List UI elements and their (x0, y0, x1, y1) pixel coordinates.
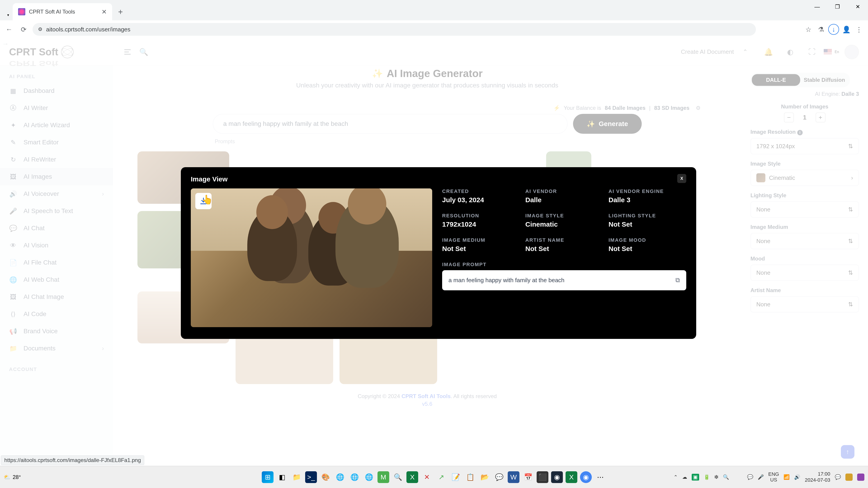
excel2-icon[interactable]: X (565, 471, 577, 483)
app6-icon[interactable]: ⬛ (537, 471, 548, 483)
tray-app3-icon[interactable]: 🔍 (723, 474, 729, 480)
mic-tray-icon[interactable]: 🎤 (758, 474, 764, 480)
dark-mode-icon[interactable]: ◐ (784, 46, 797, 58)
sidebar-toggle-icon[interactable] (121, 46, 134, 58)
browser-tab[interactable]: CPRT Soft AI Tools ✕ (13, 3, 112, 20)
lighting-select[interactable]: None⇅ (750, 201, 859, 218)
notifications-tray-icon[interactable]: 💬 (835, 474, 841, 480)
chrome3-icon[interactable]: 🌐 (363, 471, 375, 483)
url-input[interactable]: ⚙ aitools.cprtsoft.com/user/images (33, 23, 756, 36)
file-explorer-icon[interactable]: 📁 (291, 471, 303, 483)
everything-icon[interactable]: 🔍 (392, 471, 404, 483)
sidebar-item-brand-voice[interactable]: 📢Brand Voice (0, 323, 113, 340)
fullscreen-icon[interactable]: ⛶ (806, 46, 818, 58)
chrome-icon[interactable]: 🌐 (334, 471, 346, 483)
sidebar-item-documents[interactable]: 📁Documents› (0, 340, 113, 357)
browser-menu-icon[interactable]: ⋮ (854, 24, 864, 35)
notifications-icon[interactable]: 🔔 (762, 46, 775, 58)
footer-link[interactable]: CPRT Soft AI Tools (401, 393, 451, 399)
sidebar-item-voiceover[interactable]: 🔊AI Voiceover› (0, 185, 113, 202)
copilot-icon[interactable]: 🎨 (320, 471, 331, 483)
new-tab-button[interactable]: + (115, 6, 126, 18)
sidebar-item-file-chat[interactable]: 📄AI File Chat (0, 254, 113, 271)
window-maximize-button[interactable]: ❐ (827, 0, 848, 13)
chromium-icon[interactable]: ◉ (580, 471, 592, 483)
battery-icon[interactable]: 🔋 (704, 474, 710, 480)
increase-button[interactable]: + (815, 112, 826, 123)
sidebar-item-ai-images[interactable]: 🖼AI Images (0, 168, 113, 185)
prompt-input[interactable] (213, 114, 567, 134)
copy-icon[interactable]: ⧉ (675, 276, 680, 284)
language-selector[interactable]: En (824, 49, 839, 55)
labs-icon[interactable]: ⚗ (815, 24, 827, 35)
language-indicator[interactable]: ENGUS (768, 471, 779, 482)
info-icon[interactable]: i (797, 130, 803, 135)
mood-select[interactable]: None⇅ (750, 265, 859, 281)
reload-button[interactable]: ⟳ (18, 24, 29, 35)
pill-dalle[interactable]: DALL-E (752, 74, 800, 86)
site-info-icon[interactable]: ⚙ (38, 26, 42, 32)
settings-icon[interactable]: ⚙ (696, 105, 701, 111)
pill-stable-diffusion[interactable]: Stable Diffusion (800, 74, 848, 86)
sidebar-item-article-wizard[interactable]: ✦AI Article Wizard (0, 117, 113, 134)
sidebar-item-rewriter[interactable]: ↻AI ReWriter (0, 151, 113, 168)
profile-icon[interactable]: 👤 (841, 24, 852, 35)
steam-icon[interactable]: ◉ (551, 471, 563, 483)
taskbar-weather[interactable]: ⛅ 28° (4, 474, 21, 480)
style-select[interactable]: Cinematic› (750, 170, 859, 186)
sidebar-item-dashboard[interactable]: ▦Dashboard (0, 82, 113, 99)
onedrive-icon[interactable]: ☁ (682, 474, 687, 480)
tab-search-dropdown[interactable]: ▾ (4, 10, 13, 20)
modal-close-button[interactable]: X (677, 174, 686, 183)
app-icon[interactable]: M (377, 471, 389, 483)
excel-icon[interactable]: X (406, 471, 418, 483)
tray-app-icon[interactable]: ▣ (692, 474, 699, 481)
sidebar-item-ai-vision[interactable]: 👁AI Vision (0, 237, 113, 254)
terminal-icon[interactable]: >_ (305, 471, 317, 483)
more-apps-icon[interactable]: ⋯ (594, 471, 606, 483)
search-icon[interactable]: 🔍 (137, 46, 150, 58)
tray-app4-icon[interactable]: 💬 (747, 474, 753, 480)
app2-icon[interactable]: ✕ (421, 471, 433, 483)
tray-end2-icon[interactable] (857, 474, 864, 481)
sidebar-item-speech-to-text[interactable]: 🎤AI Speech to Text (0, 202, 113, 220)
medium-select[interactable]: None⇅ (750, 233, 859, 249)
app3-icon[interactable]: ↗ (435, 471, 447, 483)
user-avatar[interactable] (844, 45, 859, 59)
tab-close-icon[interactable]: ✕ (101, 8, 107, 15)
generate-button[interactable]: ✨ Generate (573, 114, 642, 134)
bookmark-icon[interactable]: ☆ (803, 24, 814, 35)
notepad-icon[interactable]: 📝 (450, 471, 462, 483)
back-button[interactable]: ← (4, 24, 14, 35)
volume-icon[interactable]: 🔊 (794, 474, 800, 480)
logo[interactable]: CPRT Soft CPRT Soft (9, 46, 118, 58)
word-icon[interactable]: W (508, 471, 520, 483)
downloads-icon[interactable]: ↓ (828, 24, 839, 35)
app5-icon[interactable]: 💬 (493, 471, 505, 483)
prompt-text: a man feeling happy with family at the b… (448, 277, 564, 284)
scroll-to-top-button[interactable]: ↑ (841, 445, 855, 459)
sidebar-item-ai-code[interactable]: ⟨⟩AI Code (0, 305, 113, 323)
sidebar-item-ai-chat[interactable]: 💬AI Chat (0, 220, 113, 237)
window-close-button[interactable]: ✕ (848, 0, 868, 13)
decrease-button[interactable]: − (784, 112, 794, 123)
task-view-icon[interactable]: ◧ (276, 471, 288, 483)
create-document-dropdown[interactable]: Create AI Document⌃ (675, 46, 753, 58)
tray-end-icon[interactable] (845, 474, 852, 481)
tray-chevron-icon[interactable]: ⌃ (674, 474, 678, 480)
tray-app2-icon[interactable]: ❇ (714, 474, 718, 480)
window-minimize-button[interactable]: — (807, 0, 827, 13)
sidebar-item-chat-image[interactable]: 🖼AI Chat Image (0, 288, 113, 305)
calendar-icon[interactable]: 📅 (522, 471, 534, 483)
artist-select[interactable]: None⇅ (750, 296, 859, 313)
sidebar-item-web-chat[interactable]: 🌐AI Web Chat (0, 271, 113, 288)
start-button[interactable]: ⊞ (262, 471, 274, 483)
resolution-select[interactable]: 1792 x 1024px⇅ (750, 138, 859, 154)
folder-icon[interactable]: 📂 (479, 471, 491, 483)
chrome2-icon[interactable]: 🌐 (348, 471, 360, 483)
sidebar-item-smart-editor[interactable]: ✎Smart Editor (0, 134, 113, 151)
sidebar-item-ai-writer[interactable]: ⒶAI Writer (0, 99, 113, 117)
wifi-icon[interactable]: 📶 (783, 474, 789, 480)
app4-icon[interactable]: 📋 (464, 471, 476, 483)
clock[interactable]: 17:002024-07-03 (805, 471, 830, 483)
